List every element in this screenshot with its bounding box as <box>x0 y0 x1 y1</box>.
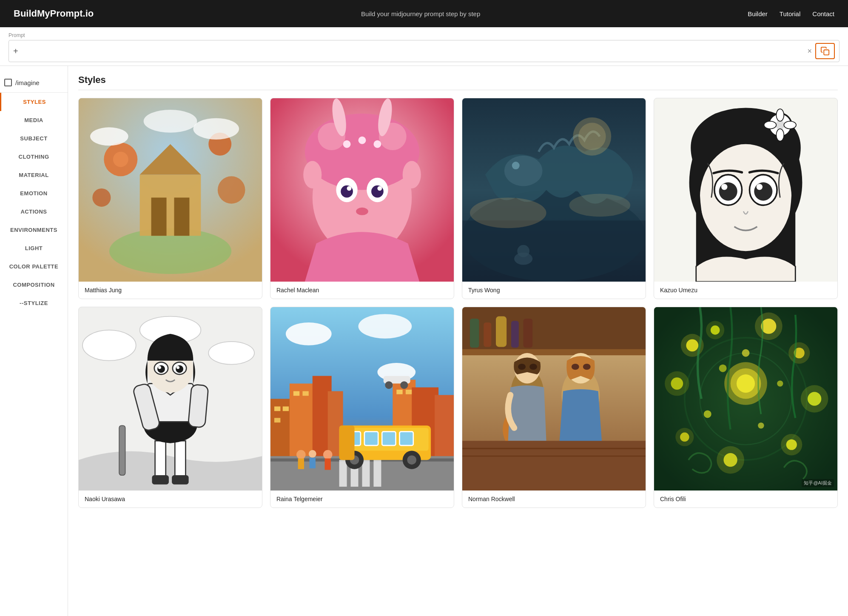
svg-point-25 <box>347 186 352 191</box>
sidebar-item-environments[interactable]: ENVIRONMENTS <box>0 221 68 239</box>
imagine-label: /imagine <box>15 79 40 86</box>
card-raina-telgemeier[interactable]: Raina Telgemeier <box>270 307 454 508</box>
card-chris-ofili[interactable]: 知乎@AI掘金 Chris Ofili <box>654 307 838 508</box>
nav-tutorial[interactable]: Tutorial <box>780 10 800 17</box>
svg-rect-88 <box>283 406 289 411</box>
sidebar-item-styles[interactable]: STYLES <box>0 93 68 111</box>
svg-rect-110 <box>339 425 355 460</box>
svg-point-51 <box>754 183 772 201</box>
main-container: Prompt + × /imagine STYLES MEDIA SUBJECT… <box>0 27 848 616</box>
card-tyrus-wong[interactable]: Tyrus Wong <box>462 98 646 299</box>
naoki-urasawa-illustration <box>79 307 262 491</box>
header-nav: Builder Tutorial Contact <box>748 10 834 17</box>
card-rachel-maclean[interactable]: Rachel Maclean <box>270 98 454 299</box>
svg-point-109 <box>407 455 416 465</box>
card-naoki-urasawa[interactable]: Naoki Urasawa <box>78 307 262 508</box>
matthias-jung-illustration <box>79 98 262 282</box>
card-label-chris: Chris Ofili <box>654 491 837 508</box>
sidebar-item-subject[interactable]: SUBJECT <box>0 129 68 148</box>
svg-point-23 <box>341 185 353 198</box>
nav-contact[interactable]: Contact <box>812 10 834 17</box>
sidebar-item-stylize[interactable]: --STYLIZE <box>0 294 68 312</box>
card-image-tyrus <box>462 98 646 282</box>
svg-point-12 <box>90 127 128 145</box>
svg-point-172 <box>704 410 711 418</box>
card-matthias-jung[interactable]: Matthias Jung <box>78 98 262 299</box>
svg-rect-64 <box>155 441 166 479</box>
svg-rect-70 <box>188 384 208 428</box>
svg-point-8 <box>113 152 128 167</box>
card-image-chris: 知乎@AI掘金 <box>654 307 837 491</box>
svg-point-33 <box>359 137 366 144</box>
card-label-kazuo: Kazuo Umezu <box>654 282 837 299</box>
svg-rect-96 <box>339 460 347 487</box>
svg-rect-126 <box>470 319 479 348</box>
svg-point-76 <box>176 365 183 373</box>
card-label-rachel: Rachel Maclean <box>270 282 454 299</box>
card-label-norman: Norman Rockwell <box>462 491 646 508</box>
svg-point-121 <box>385 381 393 389</box>
svg-point-161 <box>801 385 828 413</box>
svg-point-165 <box>717 446 744 474</box>
svg-point-26 <box>377 186 382 191</box>
svg-rect-3 <box>140 175 201 236</box>
svg-rect-128 <box>496 317 507 347</box>
card-image-naoki <box>79 307 262 491</box>
svg-point-169 <box>665 371 689 396</box>
svg-rect-93 <box>406 390 412 394</box>
chris-ofili-illustration <box>654 307 837 491</box>
sidebar-item-actions[interactable]: ACTIONS <box>0 202 68 221</box>
svg-rect-87 <box>274 406 280 411</box>
prompt-add-button[interactable]: + <box>13 46 18 56</box>
svg-point-37 <box>504 156 543 186</box>
imagine-checkbox[interactable] <box>4 79 12 86</box>
svg-point-59 <box>784 121 796 129</box>
svg-point-138 <box>529 364 537 370</box>
svg-rect-41 <box>462 220 646 282</box>
svg-point-29 <box>403 161 421 188</box>
svg-point-134 <box>583 364 591 370</box>
sidebar-item-composition[interactable]: COMPOSITION <box>0 276 68 294</box>
svg-point-170 <box>742 349 750 357</box>
svg-point-27 <box>356 208 368 215</box>
card-label-raina: Raina Telgemeier <box>270 491 454 508</box>
svg-point-62 <box>208 342 254 365</box>
svg-rect-5 <box>151 197 167 236</box>
sidebar-item-material[interactable]: MATERIAL <box>0 166 68 184</box>
sidebar-item-clothing[interactable]: CLOTHING <box>0 148 68 166</box>
svg-point-58 <box>764 121 777 129</box>
svg-point-78 <box>176 366 179 369</box>
card-kazuo-umezu[interactable]: Kazuo Umezu <box>654 98 838 299</box>
copy-icon <box>820 46 830 56</box>
nav-builder[interactable]: Builder <box>748 10 768 17</box>
svg-rect-129 <box>511 321 519 348</box>
card-image-raina <box>270 307 454 491</box>
prompt-input[interactable] <box>22 48 808 55</box>
svg-rect-66 <box>152 475 169 485</box>
sidebar-item-emotion[interactable]: EMOTION <box>0 184 68 202</box>
svg-point-47 <box>700 144 792 251</box>
svg-point-111 <box>323 450 333 459</box>
svg-point-167 <box>675 428 694 446</box>
card-norman-rockwell[interactable]: Norman Rockwell <box>462 307 646 508</box>
watermark: 知乎@AI掘金 <box>802 479 834 487</box>
svg-rect-112 <box>325 459 331 470</box>
svg-point-115 <box>296 450 306 459</box>
prompt-clear-button[interactable]: × <box>807 47 812 56</box>
svg-point-10 <box>92 188 111 207</box>
sidebar-item-media[interactable]: MEDIA <box>0 111 68 129</box>
sidebar-item-light[interactable]: LIGHT <box>0 239 68 257</box>
svg-point-56 <box>776 109 784 121</box>
svg-point-77 <box>158 366 161 369</box>
svg-point-43 <box>569 194 630 217</box>
svg-point-137 <box>518 364 526 370</box>
prompt-copy-button[interactable] <box>815 43 835 59</box>
svg-rect-105 <box>399 432 413 445</box>
logo: BuildMyPrompt.io <box>14 8 94 19</box>
svg-rect-99 <box>373 460 381 487</box>
sidebar-item-color-palette[interactable]: COLOR PALETTE <box>0 257 68 276</box>
card-image-norman <box>462 307 646 491</box>
svg-point-50 <box>719 183 737 201</box>
prompt-input-row: + × <box>9 40 839 62</box>
svg-point-177 <box>737 374 755 393</box>
